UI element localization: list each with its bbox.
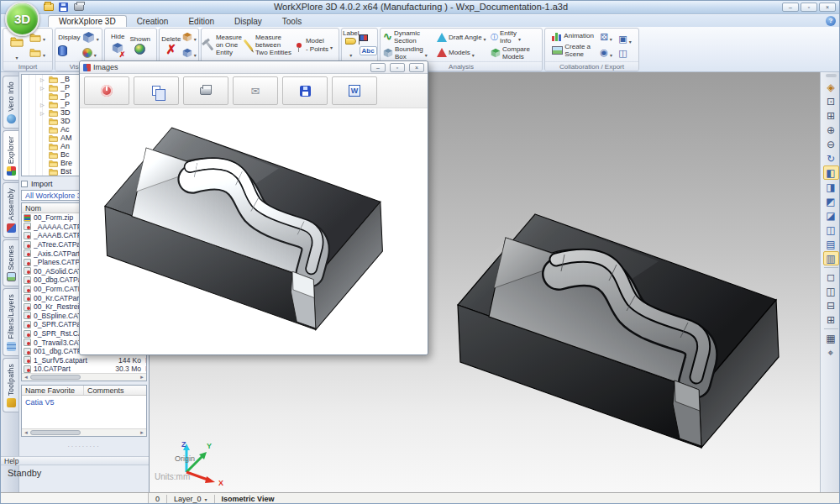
compare-models-button[interactable]: Compare Models bbox=[491, 45, 539, 60]
cube-icon bbox=[82, 31, 95, 44]
flag-annotation-button[interactable] bbox=[360, 34, 377, 41]
zoom-in-button[interactable]: ⊕ bbox=[823, 123, 839, 137]
hide-button[interactable]: Hide ✗ bbox=[111, 33, 124, 56]
tab-display[interactable]: Display bbox=[224, 16, 272, 27]
sidebar-tab-vero-info[interactable]: Vero Info bbox=[3, 76, 18, 129]
mold-model-3d[interactable] bbox=[438, 194, 820, 471]
dynamic-view-button[interactable]: ↻ bbox=[823, 151, 839, 165]
dynamic-section-button[interactable]: ∿ Dynamic Section bbox=[383, 29, 435, 45]
tab-edition[interactable]: Edition bbox=[178, 16, 224, 27]
minimize-button[interactable] bbox=[782, 3, 799, 12]
export-document-button[interactable]: ◫ bbox=[618, 49, 631, 58]
images-minimize-button[interactable] bbox=[370, 63, 386, 72]
images-preview-canvas[interactable] bbox=[80, 109, 428, 354]
zoom-window-button[interactable]: ⊞ bbox=[823, 108, 839, 123]
scrollbar-thumb[interactable] bbox=[30, 375, 81, 380]
delete-more-button[interactable] bbox=[182, 45, 197, 60]
measure-two-entities-button[interactable]: Measure between Two Entities bbox=[247, 34, 291, 57]
close-button[interactable] bbox=[819, 3, 836, 12]
panel-splitter-handle[interactable]: ········· bbox=[21, 444, 147, 449]
back-view-button[interactable]: ◩ bbox=[823, 194, 839, 208]
images-quit-button[interactable] bbox=[84, 76, 129, 105]
measure-one-entity-button[interactable]: Measure on One Entity bbox=[207, 34, 242, 57]
expand-arrow-icon[interactable]: ▷ bbox=[40, 102, 45, 108]
entity-info-button[interactable]: ⓘ Entity Info bbox=[491, 29, 539, 45]
zoom-fit-button[interactable]: ⊡ bbox=[823, 94, 839, 108]
sidebar-tab-explorer[interactable]: Explorer bbox=[3, 130, 18, 181]
label-button[interactable]: Label bbox=[343, 29, 360, 60]
expand-arrow-icon[interactable]: ▷ bbox=[40, 110, 45, 116]
top-view-button[interactable]: ▤ bbox=[823, 237, 839, 251]
images-close-button[interactable] bbox=[409, 63, 424, 72]
open-recent-button[interactable] bbox=[29, 45, 45, 60]
images-window-titlebar[interactable]: Images bbox=[80, 61, 428, 74]
sidebar-tab-toolpaths[interactable]: Toolpaths bbox=[3, 358, 18, 412]
help-icon[interactable]: ? bbox=[826, 16, 836, 26]
layout-two-horizontal-button[interactable]: ⊟ bbox=[823, 298, 839, 312]
layout-single-button[interactable]: ◻ bbox=[823, 270, 839, 284]
scroll-right-icon[interactable]: ► bbox=[139, 429, 144, 437]
layout-two-vertical-button[interactable]: ◫ bbox=[823, 284, 839, 298]
capture-view-button[interactable]: ◉ bbox=[600, 45, 612, 60]
images-maximize-button[interactable] bbox=[390, 63, 405, 72]
render-cylinder-button[interactable] bbox=[58, 45, 80, 56]
catpart-icon bbox=[24, 241, 31, 249]
right-view-button[interactable]: ◫ bbox=[823, 223, 839, 237]
images-save-button[interactable] bbox=[282, 76, 328, 105]
images-word-button[interactable]: W bbox=[332, 76, 377, 105]
zoom-out-button[interactable]: ⊖ bbox=[823, 137, 839, 151]
delete-button[interactable]: Delete ✗ bbox=[161, 35, 181, 55]
favorites-col-name[interactable]: Name Favorite bbox=[22, 386, 84, 395]
perspective-view-button[interactable]: ▥ bbox=[823, 251, 839, 265]
isometric-view-button[interactable]: ◧ bbox=[823, 165, 839, 180]
scroll-left-icon[interactable]: ◄ bbox=[24, 374, 29, 381]
expand-arrow-icon[interactable]: ▷ bbox=[40, 76, 45, 82]
favorites-row[interactable]: Catia V5 bbox=[22, 396, 146, 407]
model-points-button[interactable]: Model - Points bbox=[297, 37, 333, 52]
layout-quad-button[interactable]: ⊞ bbox=[823, 312, 839, 327]
left-view-button[interactable]: ◪ bbox=[823, 208, 839, 223]
tab-tools[interactable]: Tools bbox=[272, 16, 312, 27]
layer-selector[interactable]: Layer_0 bbox=[167, 493, 214, 504]
origin-axes-button[interactable]: ⌖ bbox=[823, 345, 839, 360]
export-image-button[interactable]: ▣ bbox=[618, 32, 631, 47]
images-print-button[interactable] bbox=[183, 76, 228, 105]
images-copy-button[interactable] bbox=[134, 76, 179, 105]
file-row[interactable]: 1_SurfV5.catpart144 KoPièce C... bbox=[22, 356, 146, 365]
file-type: Pièce C... bbox=[145, 356, 147, 365]
render-options-button[interactable]: ⚄ bbox=[600, 29, 612, 45]
front-view-button[interactable]: ◨ bbox=[823, 180, 839, 194]
sidebar-tab-assembly[interactable]: Assembly bbox=[3, 182, 18, 237]
import-checkbox[interactable] bbox=[21, 181, 28, 187]
create-scene-button[interactable]: Create a Scene bbox=[552, 43, 594, 58]
grid-button[interactable]: ▦ bbox=[823, 331, 839, 345]
images-email-button[interactable]: ✉ bbox=[233, 76, 278, 105]
scene-photo-icon bbox=[552, 46, 563, 55]
models-button[interactable]: Models bbox=[437, 45, 489, 60]
file-list-hscrollbar[interactable]: ◄ ► bbox=[22, 373, 146, 381]
images-window[interactable]: Images ✉ W bbox=[79, 60, 428, 355]
display-mode-button[interactable]: Display bbox=[58, 34, 80, 41]
tab-workxplore-3d[interactable]: WorkXplore 3D bbox=[48, 15, 127, 27]
favorites-hscrollbar[interactable]: ◄ ► bbox=[22, 428, 146, 436]
scroll-left-icon[interactable]: ◄ bbox=[24, 429, 29, 437]
favorites-col-comments[interactable]: Comments bbox=[84, 386, 124, 395]
view-manager-button[interactable]: ◈ bbox=[823, 80, 839, 94]
view-cube-button[interactable] bbox=[82, 29, 99, 45]
expand-arrow-icon[interactable]: ▷ bbox=[40, 85, 45, 91]
text-annotation-button[interactable]: Abc bbox=[360, 46, 377, 55]
toolbar-drag-handle[interactable] bbox=[826, 74, 837, 77]
draft-angle-button[interactable]: Draft Angle bbox=[437, 29, 489, 45]
application-orb-button[interactable]: 3D bbox=[5, 2, 39, 36]
scrollbar-thumb[interactable] bbox=[30, 430, 81, 435]
tab-creation[interactable]: Creation bbox=[127, 16, 179, 27]
delete-entities-button[interactable] bbox=[182, 29, 197, 45]
sidebar-tab-scenes[interactable]: Scenes bbox=[3, 239, 18, 287]
maximize-button[interactable] bbox=[801, 3, 817, 12]
color-palette-button[interactable] bbox=[82, 45, 99, 60]
shown-button[interactable]: Shown bbox=[129, 35, 150, 55]
animation-button[interactable]: Animation bbox=[552, 32, 594, 41]
bounding-box-button[interactable]: Bounding Box bbox=[383, 45, 435, 60]
scroll-right-icon[interactable]: ► bbox=[139, 374, 144, 381]
sidebar-tab-filters-layers[interactable]: Filters/Layers bbox=[3, 288, 18, 356]
